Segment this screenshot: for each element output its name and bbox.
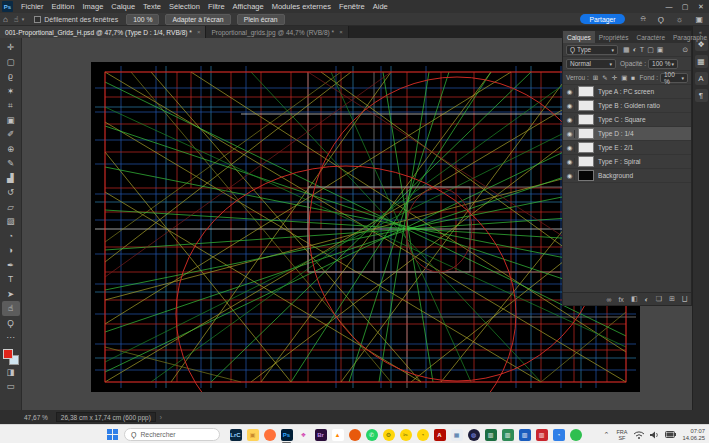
panel-tab-propri-t-s[interactable]: Propriétés — [595, 31, 633, 43]
menu-item-s-lection[interactable]: Sélection — [165, 2, 204, 11]
visibility-eye-icon[interactable]: ◉ — [565, 158, 575, 166]
taskbar-app-blue-1[interactable]: ▥ — [517, 427, 532, 442]
volume-icon[interactable] — [650, 431, 659, 439]
start-button[interactable] — [107, 429, 118, 440]
filter-shape-layers-icon[interactable]: ▢ — [647, 46, 654, 54]
healing-tool[interactable]: ⊕ — [2, 142, 20, 157]
scroll-all-windows-checkbox[interactable] — [34, 16, 41, 23]
taskbar-photoshop[interactable]: Ps — [279, 427, 294, 442]
layer-row-type-c-square[interactable]: ◉Type C : Square — [563, 113, 691, 127]
search-icon[interactable]: Ϙ — [658, 15, 664, 24]
blend-mode-select[interactable]: Normal ▾ — [566, 59, 616, 69]
taskbar-app-green-1[interactable]: ▥ — [483, 427, 498, 442]
panel-tab-caract-re[interactable]: Caractère — [632, 31, 669, 43]
layer-row-type-d-1-4[interactable]: ◉Type D : 1/4 — [563, 127, 691, 141]
add-mask-icon[interactable]: ◧ — [631, 295, 638, 303]
wifi-icon[interactable] — [634, 431, 644, 439]
zoom-tool[interactable]: Ϙ — [2, 316, 20, 331]
visibility-eye-icon[interactable]: ◉ — [565, 144, 575, 152]
hand-tool[interactable]: ☝ — [2, 301, 20, 316]
link-layers-icon[interactable]: ∞ — [606, 296, 611, 303]
layer-filter-type-select[interactable]: Ϙ Type ▾ — [566, 45, 618, 55]
close-tab-icon[interactable]: × — [339, 29, 343, 35]
delete-layer-icon[interactable]: ⨆ — [682, 295, 688, 303]
layer-row-type-f-spiral[interactable]: ◉Type F : Spiral — [563, 155, 691, 169]
close-button[interactable]: ✕ — [693, 3, 709, 11]
quick-mask-icon[interactable]: ◨ — [2, 365, 20, 380]
document-tab-2[interactable]: Proportional_grids.jpg @ 44,7% (RVB/8) *… — [206, 26, 348, 38]
adjustment-layer-icon[interactable]: ◐ — [645, 296, 649, 303]
lock-position-icon[interactable]: ✛ — [612, 74, 617, 82]
pen-tool[interactable]: ✒ — [2, 258, 20, 273]
taskbar-utility-scissors[interactable]: ✂ — [398, 427, 413, 442]
crop-tool[interactable]: ⌗ — [2, 98, 20, 113]
eyedropper-tool[interactable]: ✐ — [2, 127, 20, 142]
filter-pixel-layers-icon[interactable]: ▦ — [623, 46, 630, 54]
chevron-down-icon[interactable]: ▾ — [22, 16, 25, 22]
share-button[interactable]: Partager — [580, 14, 624, 24]
layer-row-background[interactable]: ◉Background — [563, 169, 691, 183]
marquee-tool[interactable]: ▢ — [2, 55, 20, 70]
taskbar-app-red[interactable]: ▥ — [534, 427, 549, 442]
language-indicator[interactable]: FRASF — [616, 429, 627, 441]
dodge-tool[interactable]: ◑ — [2, 243, 20, 258]
layer-row-type-e-2-1[interactable]: ◉Type E : 2/1 — [563, 141, 691, 155]
taskbar-search[interactable]: Ϙ Rechercher — [124, 428, 220, 441]
taskbar-app-blue-2[interactable]: ◔ — [551, 427, 566, 442]
menu-item-affichage[interactable]: Affichage — [229, 2, 268, 11]
taskbar-acrobat[interactable]: A — [432, 427, 447, 442]
new-layer-icon[interactable]: ⊞ — [669, 295, 675, 303]
screen-mode-icon[interactable]: ▭ — [2, 379, 20, 394]
fill-select[interactable]: 100 % ▾ — [660, 73, 688, 83]
lock-artboard-icon[interactable]: ▣ — [621, 74, 627, 82]
taskbar-utility-gear[interactable]: ⚙ — [381, 427, 396, 442]
taskbar-photos[interactable]: ❖ — [296, 427, 311, 442]
clone-stamp-tool[interactable]: ▟ — [2, 171, 20, 186]
eraser-tool[interactable]: ▱ — [2, 200, 20, 215]
document-tab-1[interactable]: 001-Proportional_Grids_H.psd @ 47,7% (Ty… — [0, 26, 206, 38]
notifications-icon[interactable]: ⍾ — [641, 14, 646, 24]
document-canvas[interactable] — [91, 62, 640, 392]
home-icon[interactable]: ⌂ — [3, 15, 8, 24]
history-brush-tool[interactable]: ↺ — [2, 185, 20, 200]
filter-adjustment-layers-icon[interactable]: ◐ — [633, 46, 637, 54]
zoom-100-button[interactable]: 100 % — [126, 14, 159, 25]
menu-item-filtre[interactable]: Filtre — [204, 2, 229, 11]
quick-selection-tool[interactable]: ✶ — [2, 84, 20, 99]
taskbar-firefox[interactable] — [262, 427, 277, 442]
taskbar-app-green-2[interactable]: ▥ — [500, 427, 515, 442]
taskbar-app-green-circle[interactable] — [568, 427, 583, 442]
tray-chevron-icon[interactable]: ⌃ — [604, 431, 610, 439]
panel-libraries-icon[interactable]: ▦ — [695, 55, 708, 68]
visibility-eye-icon[interactable]: ◉ — [565, 102, 575, 110]
maximize-button[interactable]: ▢ — [677, 3, 693, 11]
layer-row-type-b-golden-ratio[interactable]: ◉Type B : Golden ratio — [563, 99, 691, 113]
menu-item-edition[interactable]: Edition — [48, 2, 79, 11]
panel-character-icon[interactable]: A — [695, 72, 708, 85]
visibility-eye-icon[interactable]: ◉ — [565, 172, 575, 180]
type-tool[interactable]: T — [2, 272, 20, 287]
path-selection-tool[interactable]: ➤ — [2, 287, 20, 302]
menu-item-image[interactable]: Image — [78, 2, 107, 11]
minimize-button[interactable]: — — [661, 3, 677, 11]
taskbar-lightroom[interactable]: LrC — [228, 427, 243, 442]
filter-smart-objects-icon[interactable]: ▣ — [657, 46, 664, 54]
taskbar-app-orange[interactable] — [347, 427, 362, 442]
panel-tab-paragraphe[interactable]: Paragraphe — [669, 31, 709, 43]
taskbar-app-dark[interactable]: ◍ — [466, 427, 481, 442]
menu-item-aide[interactable]: Aide — [369, 2, 392, 11]
move-tool[interactable]: ✛ — [2, 40, 20, 55]
full-screen-button[interactable]: Plein écran — [237, 14, 285, 25]
lock-all-icon[interactable]: ■ — [631, 74, 635, 82]
taskbar-calculator[interactable]: ▦ — [449, 427, 464, 442]
filter-type-layers-icon[interactable]: T — [640, 46, 644, 54]
menu-item-fichier[interactable]: Fichier — [17, 2, 48, 11]
layer-effects-icon[interactable]: fx — [618, 296, 623, 303]
layer-row-type-a-pc-screen[interactable]: ◉Type A : PC screen — [563, 85, 691, 99]
close-tab-icon[interactable]: × — [197, 29, 201, 35]
menu-item-calque[interactable]: Calque — [107, 2, 139, 11]
visibility-eye-icon[interactable]: ◉ — [565, 88, 575, 96]
opacity-select[interactable]: 100 % ▾ — [648, 59, 678, 69]
visibility-eye-icon[interactable]: ◉ — [565, 130, 575, 138]
menu-item-texte[interactable]: Texte — [139, 2, 165, 11]
